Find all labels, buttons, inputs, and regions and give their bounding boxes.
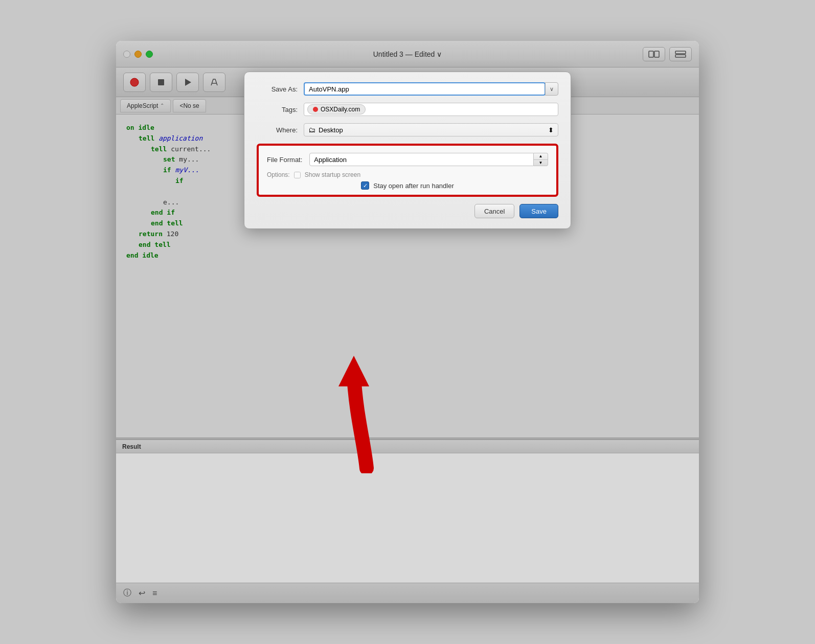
tag-dot xyxy=(313,107,318,112)
svg-marker-9 xyxy=(338,356,369,386)
tags-row: Tags: OSXDaily.com xyxy=(257,103,558,116)
expand-button[interactable]: ∨ xyxy=(545,82,558,96)
where-row: Where: 🗂 Desktop ⬍ xyxy=(257,123,558,136)
dialog-overlay: Save As: ∨ Tags: OSXDaily.com Where: xyxy=(116,41,699,603)
folder-icon: 🗂 xyxy=(308,126,315,134)
file-format-section: File Format: Application ▲ ▼ Options: Sh… xyxy=(257,144,558,197)
show-startup-checkbox[interactable] xyxy=(294,172,301,178)
file-format-label: File Format: xyxy=(267,156,302,164)
stay-open-label: Stay open after run handler xyxy=(373,182,454,190)
format-select-value: Application xyxy=(309,153,534,166)
format-row: File Format: Application ▲ ▼ xyxy=(267,153,548,166)
options-row: Options: Show startup screen xyxy=(267,171,548,178)
format-stepper[interactable]: ▲ ▼ xyxy=(534,153,548,166)
where-select[interactable]: 🗂 Desktop ⬍ xyxy=(304,123,558,136)
where-value: Desktop xyxy=(319,126,343,134)
tag-pill: OSXDaily.com xyxy=(307,104,366,114)
tags-field[interactable]: OSXDaily.com xyxy=(304,103,558,116)
format-value: Application xyxy=(314,156,347,164)
arrow-svg xyxy=(336,351,402,473)
tags-label: Tags: xyxy=(257,106,298,113)
arrow-annotation xyxy=(336,351,402,475)
save-button[interactable]: Save xyxy=(519,204,558,218)
stepper-down[interactable]: ▼ xyxy=(534,160,548,166)
stay-open-row: ✓ Stay open after run handler xyxy=(267,181,548,190)
where-label: Where: xyxy=(257,126,298,134)
save-as-row: Save As: ∨ xyxy=(257,82,558,96)
tag-label: OSXDaily.com xyxy=(321,106,360,113)
expand-icon: ∨ xyxy=(550,86,554,93)
main-window: Untitled 3 — Edited ∨ xyxy=(116,41,699,603)
save-dialog: Save As: ∨ Tags: OSXDaily.com Where: xyxy=(244,72,571,229)
cancel-button[interactable]: Cancel xyxy=(474,204,514,218)
save-as-input[interactable] xyxy=(304,82,546,96)
save-as-label: Save As: xyxy=(257,85,298,93)
stay-open-checkbox[interactable]: ✓ xyxy=(361,181,369,190)
where-stepper-icon: ⬍ xyxy=(548,126,554,134)
options-label: Options: xyxy=(267,171,290,178)
stepper-up[interactable]: ▲ xyxy=(534,153,548,160)
dialog-buttons: Cancel Save xyxy=(257,204,558,218)
show-startup-label: Show startup screen xyxy=(305,171,360,178)
